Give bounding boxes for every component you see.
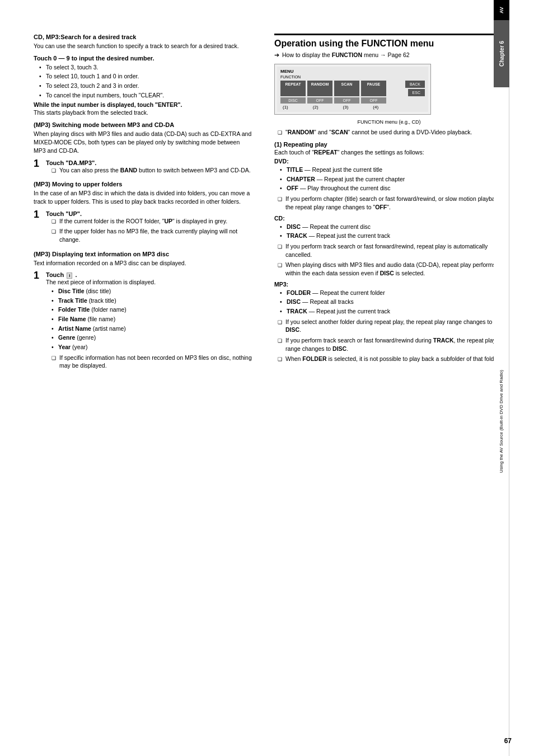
section-title-mp3-switch: (MP3) Switching mode between MP3 and CD-… bbox=[34, 121, 252, 128]
mp3-folder-text: FOLDER — Repeat the current folder bbox=[287, 289, 385, 297]
bullet-item: •To cancel the input numbers, touch "CLE… bbox=[39, 91, 252, 100]
cb-sym: ❑ bbox=[278, 243, 285, 259]
section-header-repeating: (1) Repeating play bbox=[274, 141, 504, 148]
cb-sym: ❑ bbox=[278, 356, 285, 363]
function-label: FUNCTION bbox=[280, 75, 425, 79]
bt: Genre (genre) bbox=[58, 334, 96, 342]
num3: (3) bbox=[343, 105, 349, 110]
next-piece-text: The next piece of information is display… bbox=[46, 279, 252, 285]
bd: • bbox=[280, 184, 287, 192]
bullet-text: To select 10, touch 1 and 0 in order. bbox=[46, 72, 139, 81]
bullet-dot: • bbox=[39, 91, 46, 100]
arrow-how-to: ➔ How to display the FUNCTION menu → Pag… bbox=[274, 51, 504, 59]
checkbox-sym-specific: ❑ bbox=[51, 355, 59, 370]
section-body-mp3-switch: When playing discs with MP3 files and au… bbox=[34, 130, 252, 154]
step-touch-icon: 1 Touch i . The next piece of informatio… bbox=[34, 271, 252, 372]
side-tab-chapter: Chapter 6 bbox=[494, 20, 509, 87]
note-mp3-3-text: When FOLDER is selected, it is not possi… bbox=[285, 355, 500, 363]
checkbox-text-band: You can also press the BAND button to sw… bbox=[59, 166, 251, 175]
bd: • bbox=[280, 307, 287, 316]
note-dvd-off-text: If you perform chapter (title) search or… bbox=[285, 195, 504, 211]
bd: • bbox=[51, 287, 58, 295]
bullet-list-touch: •To select 3, touch 3. •To select 10, to… bbox=[39, 63, 252, 100]
section-mp3-displaying: (MP3) Displaying text information on MP3… bbox=[34, 251, 252, 267]
bt: Folder Title (folder name) bbox=[58, 306, 127, 314]
repeat-intro: Each touch of "REPEAT" changes the setti… bbox=[274, 149, 504, 156]
checkbox-specific: ❑ If specific information has not been r… bbox=[51, 354, 252, 370]
dvd-label: DVD: bbox=[274, 158, 504, 165]
dvd-title: •TITLE — Repeat just the current title bbox=[280, 166, 504, 174]
step-number-1c: 1 bbox=[34, 270, 46, 280]
track-title-item: •Track Title (track title) bbox=[51, 297, 252, 305]
while-note: While the input number is displayed, tou… bbox=[34, 101, 252, 108]
num4: (4) bbox=[373, 105, 378, 110]
section-mp3-switching: (MP3) Switching mode between MP3 and CD-… bbox=[34, 121, 252, 154]
section-title-mp3-display: (MP3) Displaying text information on MP3… bbox=[34, 251, 252, 257]
disc-title-item: •Disc Title (disc title) bbox=[51, 287, 252, 295]
bullet-text: To select 3, touch 3. bbox=[46, 63, 98, 72]
arrow-sym: ➔ bbox=[274, 51, 282, 59]
dvd-off-text: OFF — Play throughout the current disc bbox=[287, 184, 391, 192]
main-heading: Operation using the FUNCTION menu bbox=[274, 34, 504, 49]
bd: • bbox=[280, 298, 287, 306]
mp3-label: MP3: bbox=[274, 281, 504, 288]
esc-btn: ESC bbox=[408, 89, 425, 96]
step-label-up: Touch "UP". bbox=[46, 210, 252, 217]
side-tab-av: AV bbox=[494, 0, 509, 20]
genre-item: •Genre (genre) bbox=[51, 334, 252, 342]
step-number-1b: 1 bbox=[34, 209, 46, 219]
info-icon: i bbox=[67, 273, 72, 279]
mp3-disc: •DISC — Repeat all tracks bbox=[280, 298, 504, 306]
year-item: •Year (year) bbox=[51, 343, 252, 351]
repeat-btn: REPEAT bbox=[280, 81, 306, 96]
bullet-dot: • bbox=[39, 63, 46, 72]
step-content-up: Touch "UP". ❑ If the current folder is t… bbox=[46, 210, 252, 246]
note-cd2-text: When playing discs with MP3 files and au… bbox=[285, 261, 504, 277]
note-cd2: ❑ When playing discs with MP3 files and … bbox=[278, 261, 504, 277]
cd-disc: •DISC — Repeat the current disc bbox=[280, 223, 504, 231]
func-menu-inner: MENU FUNCTION REPEAT RANDOM SCAN PAUSE B… bbox=[277, 67, 428, 112]
checkbox-sym-root: ❑ bbox=[51, 218, 59, 226]
cb-sym: ❑ bbox=[278, 337, 285, 353]
bullet-text: To cancel the input numbers, touch "CLEA… bbox=[46, 91, 164, 100]
step-label-da-mp3: Touch "DA.MP3". bbox=[46, 159, 252, 166]
bd: • bbox=[280, 223, 287, 231]
section-body-mp3-display: Text information recorded on a MP3 disc … bbox=[34, 259, 252, 267]
off-btn3: OFF bbox=[361, 97, 386, 104]
func-btn-row2: DISC OFF OFF OFF bbox=[280, 97, 425, 104]
side-tabs: AV Chapter 6 Using the AV Source (Built-… bbox=[494, 0, 509, 756]
step-up: 1 Touch "UP". ❑ If the current folder is… bbox=[34, 210, 252, 246]
bd: • bbox=[51, 343, 58, 351]
bd: • bbox=[51, 325, 58, 333]
starts-playback-note: This starts playback from the selected t… bbox=[34, 109, 252, 116]
cd-track: •TRACK — Repeat just the current track bbox=[280, 232, 504, 240]
bt: Disc Title (disc title) bbox=[58, 287, 111, 295]
note-mp3-2-text: If you perform track search or fast forw… bbox=[285, 336, 504, 353]
note-random-scan: ❑ "RANDOM" and "SCAN" cannot be used dur… bbox=[278, 128, 504, 137]
side-tab-using: Using the AV Source (Built-in DVD Drive … bbox=[494, 87, 509, 756]
step-da-mp3: 1 Touch "DA.MP3". ❑ You can also press t… bbox=[34, 159, 252, 177]
section-body-mp3-moving: In the case of an MP3 disc in which the … bbox=[34, 189, 252, 205]
step-content-da-mp3: Touch "DA.MP3". ❑ You can also press the… bbox=[46, 159, 252, 177]
left-column: CD, MP3:Search for a desired track You c… bbox=[0, 0, 263, 756]
bd: • bbox=[51, 306, 58, 314]
page-number: 67 bbox=[504, 737, 512, 745]
section-repeating-play: (1) Repeating play Each touch of "REPEAT… bbox=[274, 141, 504, 363]
mp3-track-text: TRACK — Repeat just the current track bbox=[287, 307, 390, 316]
cd-list: •DISC — Repeat the current disc •TRACK —… bbox=[280, 223, 504, 240]
checkbox-text-root: If the current folder is the ROOT folder… bbox=[59, 217, 227, 226]
bd: • bbox=[280, 166, 287, 174]
bullet-text: To select 23, touch 2 and 3 in order. bbox=[46, 82, 139, 90]
func-menu-label-row: MENU bbox=[280, 69, 425, 74]
off-btn2: OFF bbox=[334, 97, 359, 104]
bd: • bbox=[51, 334, 58, 342]
section-body-cd-mp3: You can use the search function to speci… bbox=[34, 42, 252, 50]
mp3-folder: •FOLDER — Repeat the current folder bbox=[280, 289, 504, 297]
dvd-list: •TITLE — Repeat just the current title •… bbox=[280, 166, 504, 192]
func-btn-row1: REPEAT RANDOM SCAN PAUSE BACK ESC bbox=[280, 81, 425, 96]
scan-btn: SCAN bbox=[334, 81, 359, 96]
note-cd1-text: If you perform track search or fast forw… bbox=[285, 242, 504, 259]
num1: (1) bbox=[283, 105, 288, 110]
bt: Track Title (track title) bbox=[58, 297, 116, 305]
checkbox-sym: ❑ bbox=[51, 167, 59, 175]
